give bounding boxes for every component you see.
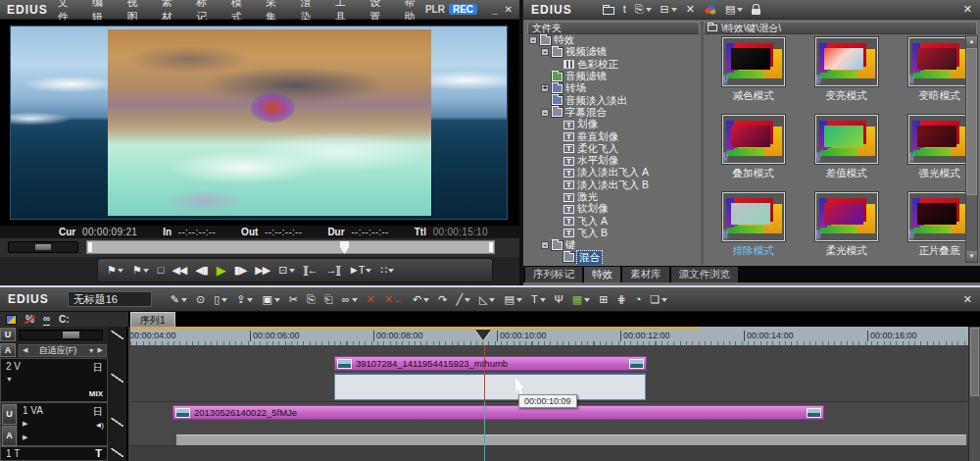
scroll-down-icon[interactable]: ▼: [966, 251, 977, 262]
close-icon[interactable]: ✕: [505, 4, 513, 15]
shuttle-slider[interactable]: [8, 241, 78, 253]
effect-item[interactable]: 减色模式: [707, 35, 800, 113]
tree-item[interactable]: 激光: [527, 191, 700, 203]
effect-item[interactable]: 变亮模式: [800, 35, 893, 113]
delete-icon[interactable]: ✕: [686, 4, 695, 15]
sequence-tab[interactable]: 序列1: [130, 312, 175, 327]
expand-icon[interactable]: ▶: [23, 420, 27, 428]
loop-button[interactable]: ⊡: [278, 265, 294, 276]
expander-icon[interactable]: -: [529, 36, 537, 44]
fade-icon[interactable]: [111, 418, 123, 427]
project-title-field[interactable]: 无标题16: [68, 291, 152, 307]
expander-icon[interactable]: -: [541, 109, 549, 117]
palette-tab[interactable]: 特效: [584, 267, 620, 282]
ripple-delete-button[interactable]: ✕←: [384, 294, 404, 305]
mute-button[interactable]: U: [0, 328, 16, 341]
effects-scrollbar[interactable]: ▲ ▼: [965, 35, 978, 263]
effect-thumbnail[interactable]: [908, 37, 971, 86]
insert-to-timeline-button[interactable]: ►T: [349, 265, 372, 276]
tree-item[interactable]: 飞入 B: [527, 228, 700, 239]
speaker-icon[interactable]: ◄): [94, 421, 103, 430]
title-tool-button[interactable]: T: [531, 294, 546, 305]
tree-item[interactable]: 飞入 A: [527, 215, 700, 227]
voiceover-button[interactable]: Ψ: [555, 294, 564, 305]
view-icon[interactable]: ▤: [725, 4, 743, 15]
import-button[interactable]: ⇪: [236, 294, 253, 305]
tree-item[interactable]: + 转场: [527, 82, 700, 94]
goto-in-button[interactable]: ][←: [304, 265, 318, 276]
tree-item[interactable]: 色彩校正: [527, 59, 700, 71]
effect-thumbnail[interactable]: [908, 115, 971, 164]
fade-icon[interactable]: [111, 331, 123, 339]
track-zoom-slider[interactable]: [19, 330, 103, 340]
playhead-marker-icon[interactable]: [475, 330, 491, 340]
tree-item[interactable]: - 特效: [527, 34, 700, 46]
solo-button[interactable]: A: [0, 343, 16, 357]
add-audio-fade-button[interactable]: ◺: [479, 294, 495, 305]
recorder-mode-button[interactable]: REC: [449, 4, 477, 15]
tree-item[interactable]: 音频滤镜: [527, 71, 700, 82]
track-header-1va[interactable]: U A 1 VA 日 ▶ ▶ ◄): [0, 402, 108, 446]
ripple-mode-icon[interactable]: ∞: [43, 314, 50, 326]
expander-icon[interactable]: -: [541, 241, 549, 249]
position-marker[interactable]: [340, 241, 349, 254]
lock-icon[interactable]: [752, 4, 760, 15]
solo-button[interactable]: A: [2, 426, 17, 446]
effect-thumbnail[interactable]: [722, 115, 785, 164]
effect-thumbnail[interactable]: [815, 37, 878, 86]
cut-button[interactable]: ✂: [289, 294, 298, 305]
tree-item[interactable]: 划像: [527, 119, 700, 130]
fast-forward-button[interactable]: ▶▶: [255, 265, 270, 276]
multicam-button[interactable]: ⊞: [599, 294, 608, 305]
next-frame-button[interactable]: ▮▶: [234, 265, 247, 276]
tree-item[interactable]: 音频淡入淡出: [527, 94, 700, 106]
tree-item[interactable]: - 键: [527, 239, 700, 251]
edit-mode-button[interactable]: ✎: [171, 294, 187, 305]
timeline-vertical-scrollbar[interactable]: [968, 327, 980, 461]
tree-item[interactable]: 软划像: [527, 203, 700, 215]
patch-down-icon[interactable]: ▼: [88, 347, 95, 354]
panel-layout-button[interactable]: ❏: [650, 294, 667, 305]
stop-button[interactable]: □: [158, 265, 164, 276]
patch-left-icon[interactable]: ◀: [23, 346, 27, 354]
tree-item[interactable]: 淡入淡出飞入 A: [527, 167, 700, 179]
shuttle-handle[interactable]: [35, 244, 51, 250]
video-clip-2v[interactable]: 39107284_1411954415923_mthumb: [334, 356, 647, 371]
position-bar[interactable]: [86, 240, 495, 254]
palette-tab[interactable]: 源文件浏览: [671, 267, 739, 282]
paste-button[interactable]: ⎗: [324, 294, 333, 305]
tree-item[interactable]: 垂直划像: [527, 130, 700, 142]
tree-item[interactable]: - 字幕混合: [527, 107, 700, 119]
effect-item[interactable]: 叠加模式: [707, 113, 800, 190]
goto-out-button[interactable]: →][: [326, 265, 340, 276]
redo-button[interactable]: ↷: [438, 294, 447, 305]
effect-thumbnail[interactable]: [815, 115, 878, 164]
mute-button[interactable]: U: [2, 404, 17, 425]
fade-icon[interactable]: [111, 448, 123, 457]
track-header-1t[interactable]: 1 T T: [0, 446, 108, 461]
expander-icon[interactable]: +: [541, 84, 549, 92]
tree-item-label[interactable]: 飞入 B: [577, 227, 608, 240]
sync-mode-icon[interactable]: %: [25, 315, 34, 325]
mark-in-button[interactable]: ⚑: [107, 265, 123, 276]
track-patch-icon[interactable]: [6, 315, 17, 325]
tree-item[interactable]: 柔化飞入: [527, 143, 700, 155]
audio-patch-dropdown[interactable]: ◀ 自适应(F) ▼ ▶: [19, 344, 107, 357]
undo-button[interactable]: ↶: [413, 294, 429, 305]
minimize-icon[interactable]: _: [492, 4, 498, 15]
duplicate-icon[interactable]: ⎘: [635, 4, 652, 15]
palette-tab[interactable]: 序列标记: [525, 267, 582, 282]
track-header-2v[interactable]: 2 V 日 ▼ MIX: [0, 358, 108, 402]
video-clip-1va[interactable]: 20130526140022_5fMJe: [172, 405, 824, 420]
palette-tab[interactable]: 素材库: [622, 267, 669, 282]
scrollbar-thumb[interactable]: [970, 328, 979, 396]
play-button[interactable]: ▶: [217, 264, 225, 277]
player-mode-button[interactable]: PLR: [425, 4, 445, 15]
properties-icon[interactable]: [704, 4, 716, 15]
save-button[interactable]: ▣: [262, 294, 279, 305]
effect-thumbnail[interactable]: [908, 192, 971, 241]
video-frame-icon[interactable]: 日: [93, 405, 103, 419]
mixer-label[interactable]: MIX: [89, 389, 103, 398]
expander-icon[interactable]: -: [541, 48, 549, 56]
capture-button[interactable]: ⊙: [196, 294, 205, 305]
